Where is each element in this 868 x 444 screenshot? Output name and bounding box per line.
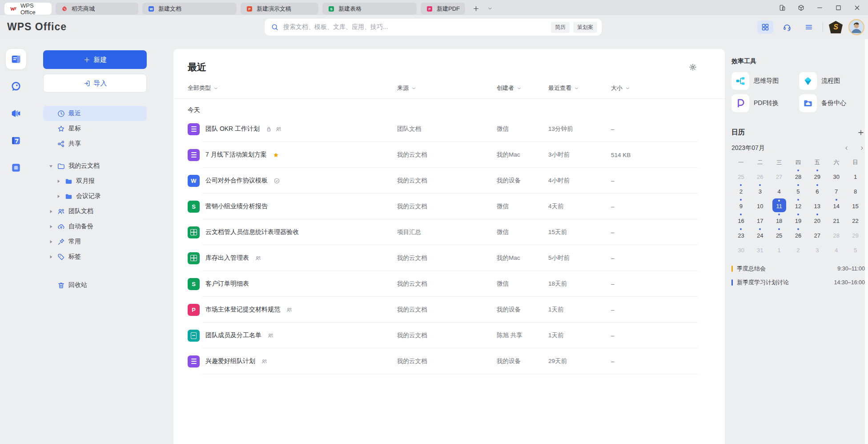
tool-item[interactable]: 备份中心 — [799, 94, 865, 112]
filter-dropdown[interactable]: 最近查看 — [548, 84, 611, 92]
calendar-day[interactable]: 24 — [751, 227, 770, 242]
file-row[interactable]: 公司对外合作协议模板 我的云文档 我的设备 4小时前 – — [173, 168, 725, 194]
calendar-day[interactable]: 5 — [846, 242, 865, 257]
tool-item[interactable]: 流程图 — [799, 72, 865, 90]
cube-icon[interactable] — [797, 4, 805, 12]
filter-dropdown[interactable]: 来源 — [397, 84, 497, 92]
calendar-day[interactable]: 31 — [751, 242, 770, 257]
caret-down-icon[interactable] — [48, 163, 54, 169]
calendar-event[interactable]: 季度总结会 9:30–11:00 — [731, 263, 865, 274]
apps-grid-button[interactable] — [757, 20, 773, 34]
caret-right-icon[interactable] — [48, 209, 54, 214]
calendar-day[interactable]: 1 — [770, 242, 789, 257]
file-row[interactable]: 兴趣爱好组队计划 我的云文档 我的设备 29天前 – — [173, 348, 725, 374]
file-row[interactable]: 团队 OKR 工作计划 团队文档 微信 13分钟前 – — [173, 116, 725, 142]
rail-item[interactable] — [6, 103, 26, 124]
calendar-day[interactable]: 13 — [808, 198, 827, 213]
sidebar-item[interactable]: 星标 — [43, 121, 147, 136]
calendar-day[interactable]: 6 — [808, 183, 827, 198]
calendar-day[interactable]: 19 — [789, 213, 808, 227]
new-tab-button[interactable] — [472, 5, 480, 12]
calendar-day[interactable]: 18 — [770, 213, 789, 227]
file-row[interactable]: 云文档管人员信息统计表理器验收 项目汇总 微信 15天前 – — [173, 219, 725, 245]
user-avatar[interactable] — [848, 19, 864, 35]
prev-month-icon[interactable] — [844, 145, 850, 151]
calendar-day[interactable]: 4 — [827, 242, 846, 257]
window-scrollbar[interactable] — [865, 39, 868, 444]
tab-list-chevron[interactable] — [487, 5, 493, 12]
file-row[interactable]: 营销小组业绩分析报告 我的云文档 微信 4天前 – — [173, 194, 725, 219]
calendar-day[interactable]: 2 — [789, 242, 808, 257]
calendar-day[interactable]: 20 — [808, 213, 827, 227]
calendar-day[interactable]: 11 — [770, 198, 789, 213]
calendar-day[interactable]: 29 — [846, 227, 865, 242]
caret-right-icon[interactable] — [48, 254, 54, 260]
sidebar-item[interactable]: 最近 — [43, 106, 147, 121]
sidebar-item[interactable]: 常用 — [43, 234, 147, 249]
window-tab[interactable]: W 新建文档 — [142, 3, 237, 15]
file-row[interactable]: 团队成员及分工名单 我的云文档 陈旭 共享 1天前 – — [173, 323, 725, 348]
calendar-day[interactable]: 17 — [751, 213, 770, 227]
calendar-day[interactable]: 28 — [827, 227, 846, 242]
calendar-day[interactable]: 29 — [808, 169, 827, 183]
calendar-day[interactable]: 5 — [789, 183, 808, 198]
sidebar-item[interactable]: 双月报 — [43, 174, 147, 189]
calendar-day[interactable]: 12 — [789, 198, 808, 213]
sidebar-item[interactable]: 自动备份 — [43, 219, 147, 234]
import-button[interactable]: 导入 — [43, 74, 147, 93]
filter-dropdown[interactable]: 创建者 — [497, 84, 548, 92]
calendar-day[interactable]: 25 — [770, 227, 789, 242]
next-month-icon[interactable] — [859, 145, 865, 151]
main-menu-button[interactable] — [801, 20, 817, 34]
filter-dropdown[interactable]: 全部类型 — [188, 84, 397, 92]
sidebar-item[interactable]: 共享 — [43, 136, 147, 151]
calendar-day[interactable]: 26 — [789, 227, 808, 242]
calendar-day[interactable]: 15 — [846, 198, 865, 213]
calendar-day[interactable]: 9 — [731, 198, 751, 213]
calendar-day[interactable]: 10 — [751, 198, 770, 213]
caret-right-icon[interactable] — [56, 178, 61, 184]
tool-item[interactable]: PDF转换 — [731, 94, 797, 112]
support-button[interactable] — [779, 20, 795, 34]
calendar-day[interactable]: 1 — [846, 169, 865, 183]
window-tab[interactable]: S 新建表格 — [322, 3, 417, 15]
calendar-day[interactable]: 26 — [751, 169, 770, 183]
calendar-day[interactable]: 21 — [827, 213, 846, 227]
calendar-day[interactable]: 4 — [770, 183, 789, 198]
sidebar-item[interactable]: 会议记录 — [43, 189, 147, 204]
search-chip[interactable]: 简历 — [551, 22, 570, 33]
file-row[interactable]: 市场主体登记提交材料规范 我的云文档 我的设备 1天前 – — [173, 297, 725, 323]
window-tab[interactable]: P 新建演示文稿 — [241, 3, 318, 15]
minimize-icon[interactable] — [816, 4, 824, 12]
rail-item[interactable] — [6, 49, 26, 69]
sidebar-item[interactable]: 标签 — [43, 249, 147, 264]
file-row[interactable]: 库存出入管理表 我的云文档 我的Mac 5小时前 – — [173, 245, 725, 271]
device-icon[interactable] — [779, 4, 786, 12]
search-chip[interactable]: 策划案 — [573, 22, 597, 33]
window-tab[interactable]: 稻壳商城 — [56, 3, 138, 15]
calendar-event[interactable]: 新季度学习计划讨论 14:30–16:00 — [731, 277, 865, 288]
calendar-day[interactable]: 27 — [808, 227, 827, 242]
calendar-day[interactable]: 22 — [846, 213, 865, 227]
calendar-day[interactable]: 30 — [827, 169, 846, 183]
sidebar-item[interactable]: 回收站 — [43, 278, 147, 293]
calendar-day[interactable]: 30 — [731, 242, 751, 257]
filter-dropdown[interactable]: 大小 — [611, 84, 698, 92]
caret-right-icon[interactable] — [56, 194, 61, 199]
gear-icon[interactable] — [688, 63, 697, 72]
add-event-icon[interactable] — [857, 129, 865, 137]
rail-item[interactable] — [6, 76, 26, 97]
calendar-day[interactable]: 27 — [770, 169, 789, 183]
rail-item[interactable] — [6, 157, 26, 178]
file-row[interactable]: 7 月线下活动策划方案 我的云文档 我的Mac 3小时前 514 KB — [173, 142, 725, 168]
new-document-button[interactable]: 新建 — [43, 50, 147, 69]
sidebar-item[interactable]: 团队文档 — [43, 204, 147, 219]
calendar-day[interactable]: 23 — [731, 227, 751, 242]
calendar-day[interactable]: 14 — [827, 198, 846, 213]
caret-right-icon[interactable] — [48, 239, 54, 245]
rail-item[interactable] — [6, 130, 26, 151]
calendar-day[interactable]: 7 — [827, 183, 846, 198]
close-icon[interactable] — [853, 4, 861, 12]
calendar-day[interactable]: 25 — [731, 169, 751, 183]
calendar-day[interactable]: 28 — [789, 169, 808, 183]
